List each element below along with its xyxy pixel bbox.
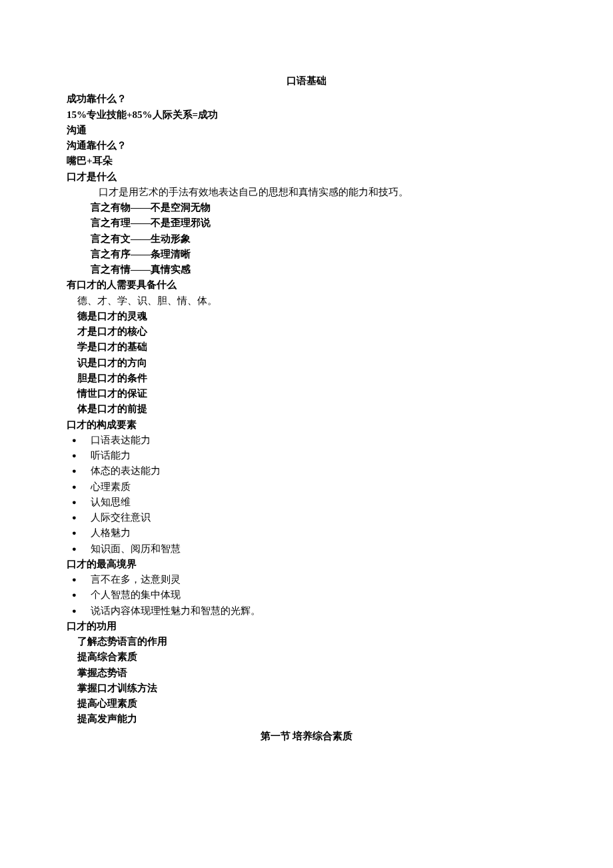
bullet-text: 认知思维	[91, 497, 131, 507]
jingjie-item: 个人智慧的集中体现	[67, 587, 546, 603]
yaosu-item: 心理素质	[67, 479, 546, 495]
heading-success: 成功靠什么？	[67, 91, 546, 107]
yan-item: 言之有文——生动形象	[67, 231, 546, 247]
de-item: 德是口才的灵魂	[67, 309, 546, 324]
section-title: 第一节 培养综合素质	[67, 729, 546, 744]
yan-item: 言之有序——条理清晰	[67, 247, 546, 262]
text-formula: 15%专业技能+85%人际关系=成功	[67, 107, 546, 123]
text-goutong: 沟通	[67, 123, 546, 138]
heading-jingjie: 口才的最高境界	[67, 557, 546, 572]
bullet-text: 人格魅力	[91, 527, 131, 538]
text-koucai-desc: 口才是用艺术的手法有效地表达自己的思想和真情实感的能力和技巧。	[67, 185, 546, 200]
text-mouth-ear: 嘴巴+耳朵	[67, 153, 546, 169]
de-item: 体是口才的前提	[67, 401, 546, 417]
gongyong-item: 提高发声能力	[67, 711, 546, 727]
bullet-text: 心理素质	[91, 481, 131, 492]
text-jubei-desc: 德、才、学、识、胆、情、体。	[67, 293, 546, 309]
yan-item: 言之有理——不是歪理邪说	[67, 215, 546, 231]
yaosu-item: 认知思维	[67, 495, 546, 510]
de-item: 情世口才的保证	[67, 386, 546, 401]
jingjie-item: 言不在多，达意则灵	[67, 572, 546, 587]
de-item: 胆是口才的条件	[67, 371, 546, 386]
heading-gongyong: 口才的功用	[67, 619, 546, 634]
yaosu-item: 口语表达能力	[67, 433, 546, 448]
heading-jubei: 有口才的人需要具备什么	[67, 277, 546, 293]
de-item: 学是口才的基础	[67, 339, 546, 355]
gongyong-item: 了解态势语言的作用	[67, 634, 546, 649]
bullet-text: 言不在多，达意则灵	[91, 574, 181, 585]
yaosu-item: 人格魅力	[67, 525, 546, 541]
de-item: 才是口才的核心	[67, 324, 546, 339]
heading-koucai-what: 口才是什么	[67, 169, 546, 185]
jingjie-item: 说话内容体现理性魅力和智慧的光辉。	[67, 603, 546, 619]
bullet-text: 说话内容体现理性魅力和智慧的光辉。	[91, 605, 261, 616]
gongyong-item: 提高心理素质	[67, 696, 546, 711]
page-title: 口语基础	[67, 73, 546, 89]
bullet-text: 知识面、阅历和智慧	[91, 543, 181, 554]
heading-yaosu: 口才的构成要素	[67, 417, 546, 433]
heading-communication: 沟通靠什么？	[67, 138, 546, 153]
yaosu-item: 体态的表达能力	[67, 463, 546, 479]
gongyong-item: 掌握态势语	[67, 665, 546, 681]
bullet-text: 听话能力	[91, 450, 131, 461]
bullet-text: 个人智慧的集中体现	[91, 589, 181, 600]
bullet-text: 人际交往意识	[91, 512, 151, 523]
bullet-text: 口语表达能力	[91, 435, 151, 445]
yaosu-item: 知识面、阅历和智慧	[67, 541, 546, 557]
yaosu-item: 人际交往意识	[67, 510, 546, 525]
gongyong-item: 掌握口才训练方法	[67, 681, 546, 696]
yan-item: 言之有情——真情实感	[67, 262, 546, 277]
de-item: 识是口才的方向	[67, 355, 546, 371]
gongyong-item: 提高综合素质	[67, 649, 546, 665]
yan-item: 言之有物——不是空洞无物	[67, 200, 546, 215]
yaosu-item: 听话能力	[67, 448, 546, 463]
bullet-text: 体态的表达能力	[91, 465, 161, 476]
